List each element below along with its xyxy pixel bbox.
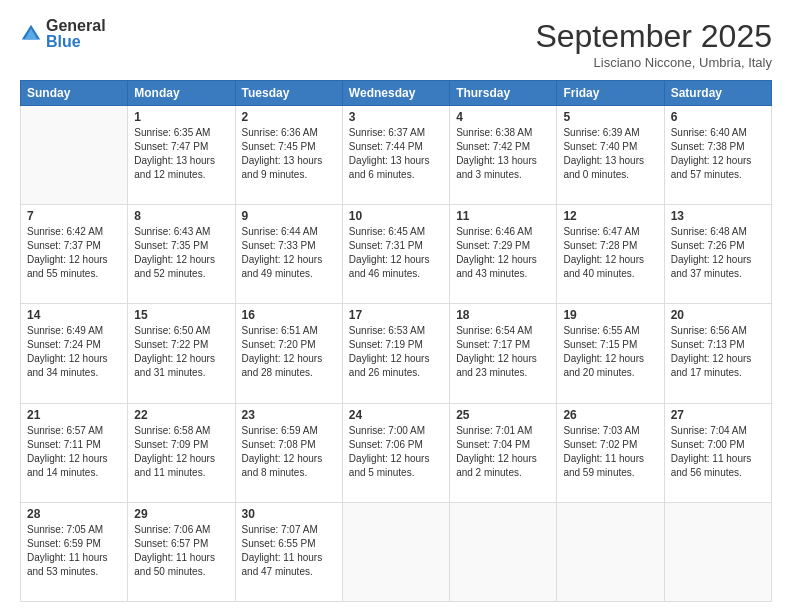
day-cell: 11Sunrise: 6:46 AM Sunset: 7:29 PM Dayli…	[450, 205, 557, 304]
day-cell: 25Sunrise: 7:01 AM Sunset: 7:04 PM Dayli…	[450, 403, 557, 502]
col-header-sunday: Sunday	[21, 81, 128, 106]
day-info: Sunrise: 6:45 AM Sunset: 7:31 PM Dayligh…	[349, 225, 443, 281]
day-cell: 12Sunrise: 6:47 AM Sunset: 7:28 PM Dayli…	[557, 205, 664, 304]
day-number: 23	[242, 408, 336, 422]
col-header-wednesday: Wednesday	[342, 81, 449, 106]
week-row-1: 1Sunrise: 6:35 AM Sunset: 7:47 PM Daylig…	[21, 106, 772, 205]
day-info: Sunrise: 6:53 AM Sunset: 7:19 PM Dayligh…	[349, 324, 443, 380]
day-cell: 23Sunrise: 6:59 AM Sunset: 7:08 PM Dayli…	[235, 403, 342, 502]
day-info: Sunrise: 6:43 AM Sunset: 7:35 PM Dayligh…	[134, 225, 228, 281]
day-info: Sunrise: 6:51 AM Sunset: 7:20 PM Dayligh…	[242, 324, 336, 380]
day-number: 10	[349, 209, 443, 223]
day-number: 17	[349, 308, 443, 322]
col-header-saturday: Saturday	[664, 81, 771, 106]
day-cell	[557, 502, 664, 601]
day-info: Sunrise: 7:07 AM Sunset: 6:55 PM Dayligh…	[242, 523, 336, 579]
page: General Blue September 2025 Lisciano Nic…	[0, 0, 792, 612]
day-number: 4	[456, 110, 550, 124]
day-cell	[342, 502, 449, 601]
day-info: Sunrise: 6:58 AM Sunset: 7:09 PM Dayligh…	[134, 424, 228, 480]
day-cell: 4Sunrise: 6:38 AM Sunset: 7:42 PM Daylig…	[450, 106, 557, 205]
day-number: 24	[349, 408, 443, 422]
day-number: 9	[242, 209, 336, 223]
day-number: 7	[27, 209, 121, 223]
day-number: 13	[671, 209, 765, 223]
day-info: Sunrise: 6:59 AM Sunset: 7:08 PM Dayligh…	[242, 424, 336, 480]
day-cell: 29Sunrise: 7:06 AM Sunset: 6:57 PM Dayli…	[128, 502, 235, 601]
day-info: Sunrise: 6:57 AM Sunset: 7:11 PM Dayligh…	[27, 424, 121, 480]
logo-blue: Blue	[46, 34, 106, 50]
day-info: Sunrise: 6:35 AM Sunset: 7:47 PM Dayligh…	[134, 126, 228, 182]
day-cell: 24Sunrise: 7:00 AM Sunset: 7:06 PM Dayli…	[342, 403, 449, 502]
header: General Blue September 2025 Lisciano Nic…	[20, 18, 772, 70]
day-cell: 9Sunrise: 6:44 AM Sunset: 7:33 PM Daylig…	[235, 205, 342, 304]
day-cell: 30Sunrise: 7:07 AM Sunset: 6:55 PM Dayli…	[235, 502, 342, 601]
day-cell	[21, 106, 128, 205]
day-cell: 3Sunrise: 6:37 AM Sunset: 7:44 PM Daylig…	[342, 106, 449, 205]
day-info: Sunrise: 7:01 AM Sunset: 7:04 PM Dayligh…	[456, 424, 550, 480]
day-info: Sunrise: 6:39 AM Sunset: 7:40 PM Dayligh…	[563, 126, 657, 182]
day-cell: 6Sunrise: 6:40 AM Sunset: 7:38 PM Daylig…	[664, 106, 771, 205]
header-row: SundayMondayTuesdayWednesdayThursdayFrid…	[21, 81, 772, 106]
day-number: 26	[563, 408, 657, 422]
day-number: 12	[563, 209, 657, 223]
logo-text: General Blue	[46, 18, 106, 50]
day-cell: 21Sunrise: 6:57 AM Sunset: 7:11 PM Dayli…	[21, 403, 128, 502]
day-number: 21	[27, 408, 121, 422]
day-number: 27	[671, 408, 765, 422]
day-number: 15	[134, 308, 228, 322]
day-cell: 28Sunrise: 7:05 AM Sunset: 6:59 PM Dayli…	[21, 502, 128, 601]
day-number: 29	[134, 507, 228, 521]
day-info: Sunrise: 6:47 AM Sunset: 7:28 PM Dayligh…	[563, 225, 657, 281]
day-cell: 8Sunrise: 6:43 AM Sunset: 7:35 PM Daylig…	[128, 205, 235, 304]
month-title: September 2025	[535, 18, 772, 55]
day-cell: 18Sunrise: 6:54 AM Sunset: 7:17 PM Dayli…	[450, 304, 557, 403]
day-number: 8	[134, 209, 228, 223]
day-info: Sunrise: 6:38 AM Sunset: 7:42 PM Dayligh…	[456, 126, 550, 182]
day-number: 18	[456, 308, 550, 322]
day-info: Sunrise: 7:04 AM Sunset: 7:00 PM Dayligh…	[671, 424, 765, 480]
day-cell: 7Sunrise: 6:42 AM Sunset: 7:37 PM Daylig…	[21, 205, 128, 304]
location: Lisciano Niccone, Umbria, Italy	[535, 55, 772, 70]
day-info: Sunrise: 6:37 AM Sunset: 7:44 PM Dayligh…	[349, 126, 443, 182]
day-info: Sunrise: 7:05 AM Sunset: 6:59 PM Dayligh…	[27, 523, 121, 579]
logo-general: General	[46, 18, 106, 34]
day-number: 1	[134, 110, 228, 124]
day-cell: 27Sunrise: 7:04 AM Sunset: 7:00 PM Dayli…	[664, 403, 771, 502]
day-cell	[450, 502, 557, 601]
day-number: 6	[671, 110, 765, 124]
day-number: 3	[349, 110, 443, 124]
title-block: September 2025 Lisciano Niccone, Umbria,…	[535, 18, 772, 70]
day-cell: 15Sunrise: 6:50 AM Sunset: 7:22 PM Dayli…	[128, 304, 235, 403]
day-number: 22	[134, 408, 228, 422]
day-number: 14	[27, 308, 121, 322]
day-cell: 20Sunrise: 6:56 AM Sunset: 7:13 PM Dayli…	[664, 304, 771, 403]
day-cell: 2Sunrise: 6:36 AM Sunset: 7:45 PM Daylig…	[235, 106, 342, 205]
logo: General Blue	[20, 18, 106, 50]
week-row-4: 21Sunrise: 6:57 AM Sunset: 7:11 PM Dayli…	[21, 403, 772, 502]
week-row-5: 28Sunrise: 7:05 AM Sunset: 6:59 PM Dayli…	[21, 502, 772, 601]
calendar: SundayMondayTuesdayWednesdayThursdayFrid…	[20, 80, 772, 602]
logo-icon	[20, 23, 42, 45]
day-info: Sunrise: 6:48 AM Sunset: 7:26 PM Dayligh…	[671, 225, 765, 281]
col-header-thursday: Thursday	[450, 81, 557, 106]
col-header-monday: Monday	[128, 81, 235, 106]
day-info: Sunrise: 6:44 AM Sunset: 7:33 PM Dayligh…	[242, 225, 336, 281]
day-cell: 16Sunrise: 6:51 AM Sunset: 7:20 PM Dayli…	[235, 304, 342, 403]
day-info: Sunrise: 6:46 AM Sunset: 7:29 PM Dayligh…	[456, 225, 550, 281]
day-cell: 5Sunrise: 6:39 AM Sunset: 7:40 PM Daylig…	[557, 106, 664, 205]
day-cell: 10Sunrise: 6:45 AM Sunset: 7:31 PM Dayli…	[342, 205, 449, 304]
day-number: 16	[242, 308, 336, 322]
day-info: Sunrise: 7:06 AM Sunset: 6:57 PM Dayligh…	[134, 523, 228, 579]
week-row-2: 7Sunrise: 6:42 AM Sunset: 7:37 PM Daylig…	[21, 205, 772, 304]
day-info: Sunrise: 6:36 AM Sunset: 7:45 PM Dayligh…	[242, 126, 336, 182]
day-number: 30	[242, 507, 336, 521]
day-number: 11	[456, 209, 550, 223]
day-cell: 14Sunrise: 6:49 AM Sunset: 7:24 PM Dayli…	[21, 304, 128, 403]
day-cell: 19Sunrise: 6:55 AM Sunset: 7:15 PM Dayli…	[557, 304, 664, 403]
day-cell: 22Sunrise: 6:58 AM Sunset: 7:09 PM Dayli…	[128, 403, 235, 502]
day-number: 28	[27, 507, 121, 521]
col-header-tuesday: Tuesday	[235, 81, 342, 106]
day-cell: 13Sunrise: 6:48 AM Sunset: 7:26 PM Dayli…	[664, 205, 771, 304]
day-info: Sunrise: 6:40 AM Sunset: 7:38 PM Dayligh…	[671, 126, 765, 182]
